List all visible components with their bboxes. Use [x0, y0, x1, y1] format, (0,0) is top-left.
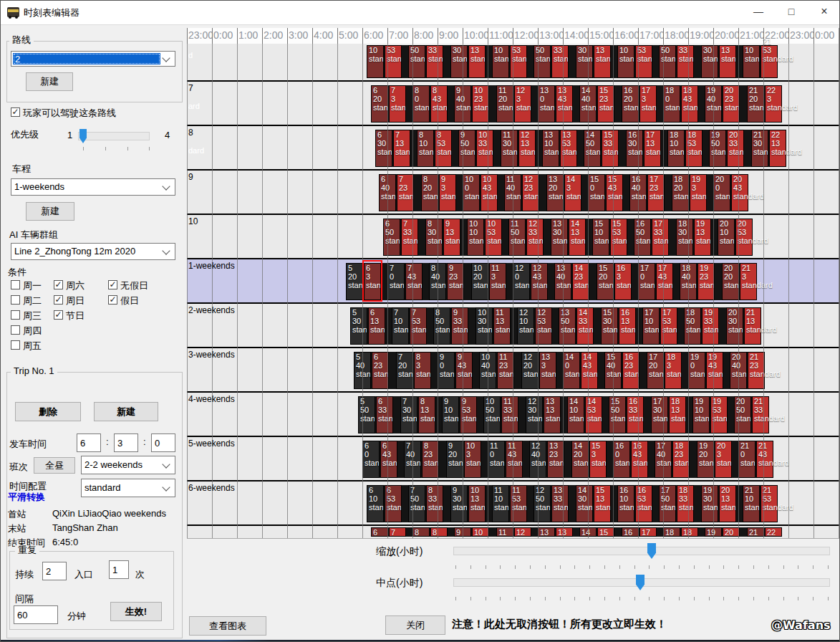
- trip-block[interactable]: 1633standard: [627, 396, 644, 433]
- trip-block[interactable]: 2130standard: [751, 130, 768, 167]
- trip-block[interactable]: 1110standard: [492, 485, 509, 522]
- trip-block[interactable]: 2030standard: [726, 307, 743, 345]
- condition-checkbox-6[interactable]: ✓: [54, 295, 63, 305]
- trip-block[interactable]: 950standard: [458, 130, 475, 167]
- trip-block[interactable]: 1110standard: [492, 45, 509, 78]
- trip-block[interactable]: 1513standard: [594, 45, 611, 78]
- trip-block[interactable]: 2113standard: [744, 307, 761, 345]
- trip-block[interactable]: 743standard: [405, 263, 423, 300]
- service-combobox[interactable]: 2-2 weekends: [81, 456, 175, 474]
- trip-block[interactable]: 843standard: [430, 527, 448, 537]
- trip-block[interactable]: 620standard: [371, 85, 388, 123]
- drivable-checkbox[interactable]: ✓: [11, 107, 20, 117]
- trip-block[interactable]: 750standard: [408, 45, 425, 78]
- maximize-button[interactable]: □: [775, 1, 808, 24]
- trip-block[interactable]: 1713standard: [644, 130, 661, 167]
- trip-block[interactable]: 1150standard: [508, 219, 526, 256]
- route-new-button[interactable]: 新建: [26, 72, 73, 91]
- trip-block[interactable]: 83standard: [414, 352, 431, 389]
- trip-block[interactable]: 123standard: [514, 527, 531, 537]
- all-day-button[interactable]: 全昼: [34, 457, 75, 474]
- trip-block[interactable]: 123standard: [514, 85, 531, 123]
- depart-hour-input[interactable]: 6: [77, 433, 101, 452]
- timetable-row[interactable]: 2-weekends530standard613standard710stand…: [187, 304, 840, 348]
- timetable-row[interactable]: 1-weekends520standard63standard70standar…: [187, 259, 840, 304]
- trip-block[interactable]: 1430standard: [576, 485, 593, 522]
- trip-block[interactable]: 140standard: [563, 352, 580, 389]
- trip-block[interactable]: 1250standard: [534, 45, 551, 78]
- trip-block[interactable]: 1720standard: [647, 352, 664, 389]
- trip-block[interactable]: 73standard: [389, 527, 406, 537]
- trip-block[interactable]: 923standard: [447, 263, 464, 300]
- condition-checkbox-8[interactable]: ✓: [108, 280, 117, 289]
- trip-block[interactable]: 1233standard: [526, 219, 544, 256]
- trip-block[interactable]: 910standard: [442, 396, 459, 433]
- trip-block[interactable]: 1333standard: [551, 485, 569, 522]
- trip-block[interactable]: 713standard: [393, 130, 410, 167]
- apply-button[interactable]: 生效!: [110, 602, 162, 621]
- trip-block[interactable]: 1313standard: [544, 396, 561, 433]
- trip-block[interactable]: 733standard: [401, 219, 418, 256]
- timetable-row[interactable]: 7ard620standard73standard80standard843st…: [187, 82, 840, 126]
- timetable-grid[interactable]: 23:000:001:002:003:004:005:006:007:008:0…: [187, 28, 840, 539]
- trip-block[interactable]: 223standard: [765, 85, 782, 123]
- trip-block[interactable]: 1230standard: [526, 396, 543, 433]
- trip-block[interactable]: 820standard: [421, 174, 438, 211]
- trip-block[interactable]: 1510standard: [592, 219, 609, 256]
- trip-block[interactable]: 2110standard: [743, 485, 760, 522]
- trip-block[interactable]: 1520standard: [597, 263, 614, 300]
- trip-block[interactable]: 1433standard: [576, 307, 594, 345]
- trip-block[interactable]: 203standard: [715, 441, 732, 478]
- trip-combobox[interactable]: 1-weekends: [11, 178, 175, 196]
- trip-block[interactable]: 1223standard: [522, 174, 539, 211]
- condition-checkbox-3[interactable]: [11, 325, 20, 335]
- timetable-row[interactable]: 4-weekends550standard633standard730stand…: [187, 393, 840, 437]
- trip-block[interactable]: 1930standard: [701, 485, 718, 522]
- trip-block[interactable]: 1723standard: [647, 174, 665, 211]
- trip-block[interactable]: 1543standard: [606, 174, 623, 211]
- trip-block[interactable]: 1450standard: [584, 130, 601, 167]
- trip-block[interactable]: 2033standard: [727, 130, 744, 167]
- trip-block[interactable]: 1630standard: [626, 130, 643, 167]
- trip-block[interactable]: 1833standard: [677, 45, 694, 78]
- trip-block[interactable]: 2050standard: [734, 396, 751, 433]
- trip-new-button[interactable]: 新建: [26, 202, 74, 221]
- ai-group-combobox[interactable]: Line 2_ZhongTong 12m 2020: [11, 243, 175, 260]
- trip-block[interactable]: 1210standard: [517, 307, 534, 345]
- trip-block[interactable]: 173standard: [639, 527, 657, 537]
- delete-trip-button[interactable]: 删除: [15, 402, 81, 421]
- trip-block[interactable]: 1023standard: [472, 527, 489, 537]
- trip-block[interactable]: 2120standard: [747, 85, 764, 123]
- trip-block[interactable]: 73standard: [389, 85, 406, 123]
- trip-block[interactable]: 150standard: [588, 174, 605, 211]
- trip-block[interactable]: 1350standard: [559, 307, 576, 345]
- repeat-duration-input[interactable]: 2: [42, 562, 67, 580]
- trip-block[interactable]: 130standard: [538, 85, 555, 123]
- trip-block[interactable]: 650standard: [383, 219, 400, 256]
- trip-block[interactable]: 183standard: [665, 352, 682, 389]
- trip-block[interactable]: 1913standard: [694, 219, 711, 256]
- trip-block[interactable]: 1423standard: [572, 263, 589, 300]
- priority-slider-track[interactable]: [78, 132, 150, 140]
- trip-block[interactable]: 2213standard: [769, 130, 786, 167]
- trip-block[interactable]: 710standard: [392, 307, 409, 345]
- trip-block[interactable]: 530standard: [350, 307, 367, 345]
- trip-block[interactable]: 1243standard: [531, 263, 548, 300]
- close-editor-button[interactable]: 关闭: [385, 615, 445, 635]
- trip-block[interactable]: 1833standard: [677, 485, 694, 522]
- trip-block[interactable]: 1043standard: [481, 174, 498, 211]
- trip-block[interactable]: 1523standard: [597, 85, 614, 123]
- depart-second-input[interactable]: 0: [151, 433, 175, 452]
- trip-block[interactable]: 1143standard: [506, 441, 523, 478]
- trip-block[interactable]: 2120standard: [747, 527, 764, 537]
- trip-block[interactable]: 1050standard: [483, 396, 501, 433]
- trip-block[interactable]: 173standard: [639, 85, 657, 123]
- trip-block[interactable]: 80standard: [412, 527, 430, 537]
- trip-block[interactable]: 190standard: [688, 352, 705, 389]
- trip-block[interactable]: 1843standard: [681, 527, 698, 537]
- trip-block[interactable]: 1743standard: [656, 263, 673, 300]
- trip-block[interactable]: 143standard: [564, 174, 581, 211]
- trip-block[interactable]: 2020standard: [722, 263, 739, 300]
- trip-block[interactable]: 1410standard: [567, 396, 584, 433]
- trip-block[interactable]: 1620standard: [622, 85, 639, 123]
